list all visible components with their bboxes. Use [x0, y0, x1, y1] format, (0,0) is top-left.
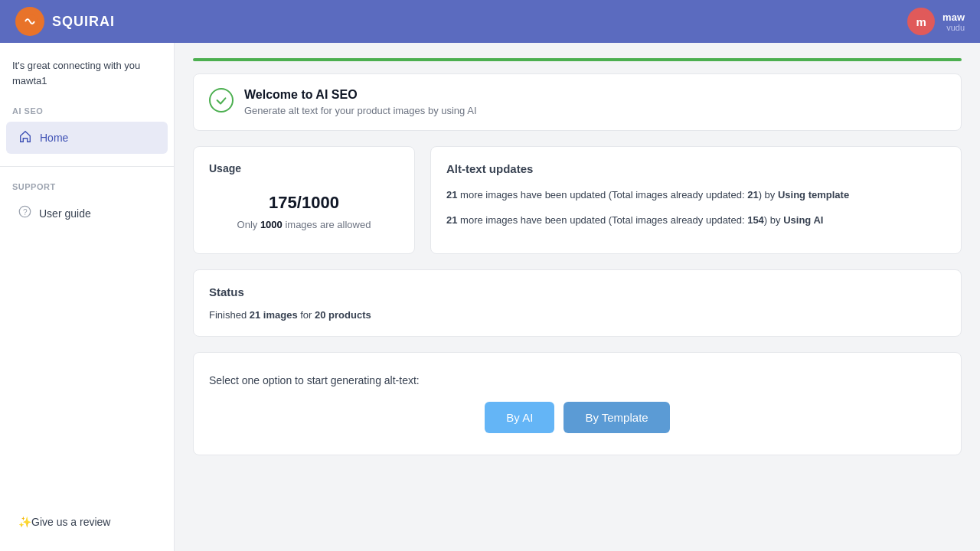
help-icon: ? [18, 205, 31, 221]
alt-text-card: Alt-text updates 21 more images have bee… [430, 146, 962, 254]
welcome-subtitle: Generate alt text for your product image… [244, 105, 477, 116]
usage-numbers: 175/1000 Only 1000 images are allowed [209, 193, 399, 231]
status-title: Status [209, 285, 946, 298]
usage-count: 175/1000 [209, 193, 399, 213]
alt-text-title: Alt-text updates [446, 162, 946, 175]
usage-card: Usage 175/1000 Only 1000 images are allo… [193, 146, 415, 254]
user-info: maw vudu [942, 11, 965, 32]
alt-text-line2: 21 more images have been updated (Total … [446, 213, 946, 229]
usage-title: Usage [209, 162, 399, 174]
generate-section: Select one option to start generating al… [193, 352, 962, 455]
user-sub: vudu [946, 23, 965, 32]
give-review-item[interactable]: ✨Give us a review [6, 508, 168, 536]
sidebar-divider [0, 166, 174, 167]
ai-seo-label: AI SEO [0, 103, 174, 122]
logo-icon [15, 7, 44, 36]
svg-text:?: ? [23, 208, 28, 217]
user-guide-label: User guide [39, 207, 91, 220]
sidebar-item-home[interactable]: Home [6, 122, 168, 154]
user-name: maw [942, 11, 965, 23]
header: SQUIRAI m maw vudu [0, 0, 980, 43]
by-ai-button[interactable]: By AI [485, 402, 554, 433]
usage-limit: Only 1000 images are allowed [237, 219, 371, 230]
generate-label: Select one option to start generating al… [209, 374, 946, 386]
sidebar-bottom: ✨Give us a review [0, 508, 174, 536]
home-label: Home [40, 132, 68, 144]
logo-text: SQUIRAI [52, 14, 115, 30]
welcome-banner: Welcome to AI SEO Generate alt text for … [193, 73, 962, 131]
main-content: Welcome to AI SEO Generate alt text for … [175, 43, 980, 551]
home-icon [18, 129, 32, 146]
logo-container: SQUIRAI [15, 7, 115, 36]
accent-bar [193, 58, 962, 61]
cards-row: Usage 175/1000 Only 1000 images are allo… [193, 146, 962, 254]
layout: It's great connecting with you mawta1 AI… [0, 43, 980, 551]
welcome-text: Welcome to AI SEO Generate alt text for … [244, 88, 477, 116]
avatar: m [907, 8, 935, 35]
by-template-button[interactable]: By Template [564, 402, 669, 433]
generate-buttons: By AI By Template [209, 402, 946, 433]
alt-text-line1: 21 more images have been updated (Total … [446, 187, 946, 204]
status-card: Status Finished 21 images for 20 product… [193, 269, 962, 337]
sidebar: It's great connecting with you mawta1 AI… [0, 43, 175, 551]
sidebar-greeting: It's great connecting with you mawta1 [0, 58, 174, 103]
welcome-title: Welcome to AI SEO [244, 88, 477, 102]
review-label: ✨Give us a review [18, 516, 110, 528]
status-line: Finished 21 images for 20 products [209, 309, 946, 321]
user-menu[interactable]: m maw vudu [907, 8, 965, 35]
check-icon [209, 88, 234, 112]
sidebar-item-user-guide[interactable]: ? User guide [6, 197, 168, 229]
support-label: SUPPORT [0, 179, 174, 197]
